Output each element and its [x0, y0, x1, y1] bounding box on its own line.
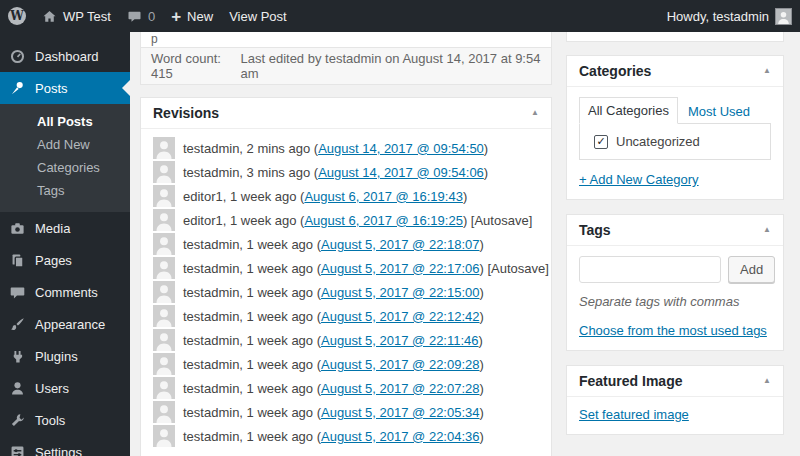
wp-logo-menu[interactable]: W [0, 0, 34, 32]
sidebar-label: Tools [35, 413, 65, 428]
add-tag-button[interactable]: Add [728, 256, 775, 283]
tab-all-categories[interactable]: All Categories [579, 97, 678, 124]
revision-meta: testadmin, 1 week ago ( [183, 309, 321, 324]
revision-text: testadmin, 1 week ago (August 5, 2017 @ … [183, 381, 484, 396]
revision-date-link[interactable]: August 5, 2017 @ 22:15:00 [321, 285, 479, 300]
revision-avatar [153, 209, 175, 231]
revision-avatar [153, 401, 175, 423]
sidebar-label: Posts [35, 81, 68, 96]
revision-row: testadmin, 1 week ago (August 5, 2017 @ … [153, 233, 539, 255]
revision-avatar [153, 305, 175, 327]
site-name-label: WP Test [63, 9, 111, 24]
post-editor-bottom: p Word count: 415 Last edited by testadm… [140, 32, 552, 85]
side-column: Categories ▲ All Categories Most Used ✓ … [566, 32, 784, 456]
revision-date-link[interactable]: August 14, 2017 @ 09:54:50 [318, 141, 484, 156]
revision-date-link[interactable]: August 5, 2017 @ 22:11:46 [321, 333, 479, 348]
submenu-item-categories[interactable]: Categories [0, 156, 130, 179]
site-name-link[interactable]: WP Test [34, 0, 119, 32]
panel-toggle-icon[interactable]: ▲ [763, 377, 771, 385]
revision-meta: testadmin, 1 week ago ( [183, 261, 321, 276]
featured-image-title: Featured Image [579, 373, 682, 389]
sidebar-item-posts[interactable]: Posts [0, 72, 130, 104]
revision-meta: testadmin, 1 week ago ( [183, 405, 321, 420]
revision-avatar [153, 281, 175, 303]
submenu-item-tags[interactable]: Tags [0, 179, 130, 202]
revision-date-link[interactable]: August 5, 2017 @ 22:07:28 [321, 381, 479, 396]
sidebar-label: Comments [35, 285, 98, 300]
panel-toggle-icon[interactable]: ▲ [763, 226, 771, 234]
revision-avatar [153, 353, 175, 375]
submenu-item-add-new[interactable]: Add New [0, 133, 130, 156]
sidebar-item-settings[interactable]: Settings [0, 436, 130, 456]
pages-icon [8, 251, 26, 269]
revision-avatar [153, 185, 175, 207]
revision-text: testadmin, 1 week ago (August 5, 2017 @ … [183, 357, 484, 372]
revision-date-link[interactable]: August 5, 2017 @ 22:12:42 [321, 309, 479, 324]
revision-date-link[interactable]: August 5, 2017 @ 22:05:34 [321, 405, 479, 420]
revision-date-link[interactable]: August 5, 2017 @ 22:17:06 [321, 261, 479, 276]
panel-bottom-sliver [566, 32, 784, 42]
revision-text: testadmin, 2 mins ago (August 14, 2017 @… [183, 141, 488, 156]
word-count: Word count: 415 [151, 51, 241, 81]
dashboard-icon [8, 47, 26, 65]
tags-title: Tags [579, 222, 611, 238]
sidebar-item-comments[interactable]: Comments [0, 276, 130, 308]
tags-panel-header[interactable]: Tags ▲ [567, 215, 783, 246]
revisions-panel-header[interactable]: Revisions ▲ [141, 98, 551, 129]
sidebar-item-media[interactable]: Media [0, 212, 130, 244]
revision-text: testadmin, 1 week ago (August 5, 2017 @ … [183, 237, 484, 252]
add-new-category-link[interactable]: + Add New Category [579, 172, 699, 187]
tools-icon [8, 411, 26, 429]
revision-date-link[interactable]: August 14, 2017 @ 09:54:06 [318, 165, 484, 180]
revision-date-link[interactable]: August 5, 2017 @ 22:18:07 [321, 237, 479, 252]
revision-date-link[interactable]: August 5, 2017 @ 22:09:28 [321, 357, 479, 372]
howdy-label: Howdy, testadmin [667, 9, 769, 24]
new-tag-input[interactable] [579, 256, 721, 283]
categories-panel-header[interactable]: Categories ▲ [567, 56, 783, 87]
revision-date-link[interactable]: August 6, 2017 @ 16:19:25 [304, 213, 462, 228]
new-content-menu[interactable]: + New [163, 0, 221, 32]
home-icon [42, 9, 57, 24]
revision-text: testadmin, 1 week ago (August 5, 2017 @ … [183, 309, 484, 324]
sidebar-item-appearance[interactable]: Appearance [0, 308, 130, 340]
settings-icon [8, 443, 26, 456]
sidebar-item-dashboard[interactable]: Dashboard [0, 40, 130, 72]
revision-avatar [153, 329, 175, 351]
revision-text: testadmin, 1 week ago (August 5, 2017 @ … [183, 333, 483, 348]
revision-meta: testadmin, 1 week ago ( [183, 285, 321, 300]
sidebar-item-tools[interactable]: Tools [0, 404, 130, 436]
revision-date-link[interactable]: August 6, 2017 @ 16:19:43 [304, 189, 462, 204]
revision-text: editor1, 1 week ago (August 6, 2017 @ 16… [183, 189, 467, 204]
panel-toggle-icon[interactable]: ▲ [763, 67, 771, 75]
revision-row: testadmin, 1 week ago (August 5, 2017 @ … [153, 329, 539, 351]
my-account-menu[interactable]: Howdy, testadmin [659, 0, 800, 32]
sidebar-item-users[interactable]: Users [0, 372, 130, 404]
revision-text: testadmin, 1 week ago (August 5, 2017 @ … [183, 429, 484, 444]
featured-image-panel-header[interactable]: Featured Image ▲ [567, 366, 783, 397]
category-item-uncategorized[interactable]: ✓ Uncategorized [594, 134, 762, 149]
tab-most-used[interactable]: Most Used [678, 99, 760, 124]
sidebar-label: Dashboard [35, 49, 99, 64]
admin-bar: W WP Test 0 + New View Post Howdy, testa… [0, 0, 800, 32]
revision-text: testadmin, 1 week ago (August 5, 2017 @ … [183, 285, 484, 300]
set-featured-image-link[interactable]: Set featured image [579, 407, 689, 422]
checkbox-checked-icon[interactable]: ✓ [594, 135, 608, 149]
revision-date-link[interactable]: August 5, 2017 @ 22:04:36 [321, 429, 479, 444]
panel-toggle-icon[interactable]: ▲ [531, 109, 539, 117]
revision-row: testadmin, 1 week ago (August 5, 2017 @ … [153, 425, 539, 447]
sidebar-item-pages[interactable]: Pages [0, 244, 130, 276]
categories-panel: Categories ▲ All Categories Most Used ✓ … [566, 55, 784, 200]
view-post-link[interactable]: View Post [221, 0, 295, 32]
revision-avatar [153, 257, 175, 279]
category-label[interactable]: Uncategorized [616, 134, 700, 149]
tags-help-text: Separate tags with commas [579, 294, 771, 309]
revision-meta: testadmin, 1 week ago ( [183, 237, 321, 252]
revision-row: testadmin, 2 mins ago (August 14, 2017 @… [153, 137, 539, 159]
last-edited: Last edited by testadmin on August 14, 2… [241, 51, 544, 81]
submenu-item-all-posts[interactable]: All Posts [0, 110, 130, 133]
sidebar-label: Settings [35, 445, 82, 456]
choose-most-used-tags-link[interactable]: Choose from the most used tags [579, 323, 767, 338]
comments-shortcut[interactable]: 0 [119, 0, 163, 32]
sidebar-item-plugins[interactable]: Plugins [0, 340, 130, 372]
revision-suffix: ) [480, 429, 484, 444]
